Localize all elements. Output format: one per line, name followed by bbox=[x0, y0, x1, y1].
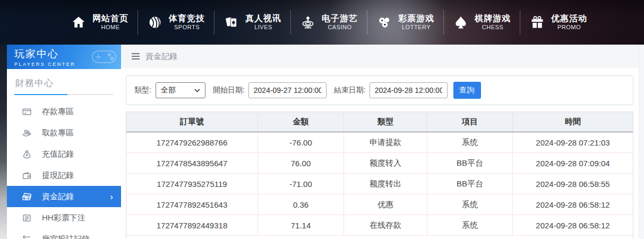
spade-icon bbox=[453, 14, 469, 30]
cell-item: 系统 bbox=[427, 194, 513, 215]
cell-time: 2024-09-28 07:09:04 bbox=[513, 153, 633, 174]
funds-record-page: 网站首页 HOME 体育竞技 SPORTS bbox=[0, 0, 644, 239]
sidebar-item-withdraw-record[interactable]: 提現記錄 bbox=[7, 165, 121, 186]
cell-type: 优惠 bbox=[344, 194, 427, 215]
cell-item: 系统 bbox=[427, 132, 513, 153]
nav-item-promo[interactable]: 优惠活动 PROMO bbox=[520, 10, 596, 35]
scrollbar[interactable] bbox=[639, 45, 644, 239]
cell-amount: 71.14 bbox=[258, 215, 344, 236]
cell-item: 系统 bbox=[427, 215, 513, 236]
roulette-icon bbox=[300, 14, 316, 30]
cell-item: BB平台 bbox=[427, 174, 513, 194]
sidebar-item-label: 提現記錄 bbox=[42, 170, 74, 181]
menu-toggle-icon[interactable] bbox=[132, 53, 140, 59]
sidebar-item-deposit-zone[interactable]: 存款專區 bbox=[7, 101, 121, 122]
cell-amount: 76.00 bbox=[258, 153, 344, 174]
sidebar-item-label: 充值記錄 bbox=[42, 149, 74, 159]
nav-label-zh: 棋牌游戏 bbox=[475, 13, 511, 24]
end-date-input[interactable] bbox=[370, 82, 448, 98]
column-header-time: 時間 bbox=[513, 112, 633, 132]
sidebar-item-label: 資金記錄 bbox=[42, 192, 74, 202]
nav-label-zh: 彩票游戏 bbox=[398, 13, 434, 24]
nav-item-home[interactable]: 网站首页 HOME bbox=[62, 10, 138, 35]
credit-card-icon bbox=[22, 107, 31, 116]
cell-amount: -71.00 bbox=[258, 174, 344, 194]
nav-label-en: PROMO bbox=[551, 24, 587, 31]
cell-order-no: 1727477935275119 bbox=[126, 174, 258, 194]
nav-label-en: LOTTERY bbox=[398, 24, 434, 31]
page-background-strip bbox=[0, 45, 7, 239]
banknotes-icon bbox=[22, 192, 31, 201]
sidebar-item-withdraw-zone[interactable]: 取款專區 bbox=[7, 122, 121, 143]
cell-order-no: 1727477892449318 bbox=[126, 215, 258, 236]
table-row: 1727477892451643 0.36 优惠 系统 2024-09-28 0… bbox=[126, 194, 633, 215]
section-divider bbox=[14, 94, 114, 95]
sidebar-item-label: 取款專區 bbox=[42, 128, 74, 138]
nav-label-en: HOME bbox=[92, 24, 128, 31]
document-list-icon bbox=[22, 213, 31, 223]
column-header-type: 類型 bbox=[344, 112, 427, 132]
cell-order-no: 1727478543895647 bbox=[126, 153, 258, 174]
nav-label-en: LIVES bbox=[245, 24, 281, 31]
table-row: 1727479262988766 -76.00 申请提款 系统 2024-09-… bbox=[126, 132, 633, 153]
end-date-label: 結束日期: bbox=[334, 86, 366, 95]
nav-label-en: SPORTS bbox=[169, 24, 205, 31]
nav-item-chess[interactable]: 棋牌游戏 CHESS bbox=[444, 10, 520, 35]
cell-type: 在线存款 bbox=[344, 215, 427, 236]
page-title: 資金記錄 bbox=[145, 52, 177, 62]
sidebar-section-title: 財務中心 bbox=[7, 69, 121, 94]
filter-panel: 類型: 全部 開始日期: 結束日期: 查詢 bbox=[126, 75, 633, 105]
nav-item-casino[interactable]: 电子游艺 CASINO bbox=[291, 10, 367, 35]
nav-label-zh: 网站首页 bbox=[92, 13, 128, 24]
sidebar-item-room-bet-record[interactable]: 廳室投註記錄 bbox=[7, 228, 121, 239]
cell-amount: 0.36 bbox=[258, 194, 344, 215]
table-row: 1727477935275119 -71.00 额度转出 BB平台 2024-0… bbox=[126, 174, 633, 194]
playing-cards-icon bbox=[224, 14, 239, 30]
cell-item: BB平台 bbox=[427, 153, 513, 174]
lottery-balls-icon bbox=[376, 14, 392, 30]
hand-coins-icon bbox=[22, 128, 31, 138]
home-icon bbox=[71, 14, 87, 30]
column-header-item: 項目 bbox=[427, 112, 513, 132]
sidebar-item-recharge-record[interactable]: 充值記錄 bbox=[7, 143, 121, 165]
cell-type: 额度转出 bbox=[344, 174, 427, 194]
nav-label-zh: 电子游艺 bbox=[322, 13, 358, 24]
nav-label-zh: 体育竞技 bbox=[169, 13, 205, 24]
wallet-icon bbox=[22, 170, 31, 180]
nav-label-zh: 优惠活动 bbox=[551, 13, 587, 24]
sidebar-players-center: 玩家中心 PLAYERS CENTER 財務中心 存款專區 bbox=[7, 45, 121, 239]
sidebar-item-funds-record[interactable]: 資金記錄 › bbox=[7, 186, 121, 207]
column-header-order-no: 訂單號 bbox=[126, 112, 258, 132]
funds-record-table: 訂單號 金額 類型 項目 時間 1727479262988766 -76.00 … bbox=[126, 112, 633, 239]
sidebar-item-hh-lottery-bets[interactable]: HH彩票下注 bbox=[7, 207, 121, 228]
sidebar-item-label: 存款專區 bbox=[42, 107, 74, 117]
top-navigation: 网站首页 HOME 体育竞技 SPORTS bbox=[0, 0, 644, 45]
sidebar-item-label: 廳室投註記錄 bbox=[42, 234, 90, 239]
cell-order-no: 1727477892451643 bbox=[126, 194, 258, 215]
gamepad-icon bbox=[90, 47, 118, 69]
nav-item-lottery[interactable]: 彩票游戏 LOTTERY bbox=[367, 10, 444, 35]
nav-item-lives[interactable]: 真人视讯 LIVES bbox=[214, 10, 291, 35]
type-label: 類型: bbox=[134, 86, 151, 95]
column-header-amount: 金額 bbox=[258, 112, 344, 132]
main-content: 資金記錄 類型: 全部 開始日期: 結束日期: 查詢 訂單號 金額 類型 項目 … bbox=[121, 45, 644, 239]
cell-amount: -76.00 bbox=[258, 132, 344, 153]
sports-ball-icon bbox=[147, 14, 163, 30]
money-bag-icon bbox=[22, 149, 31, 159]
start-date-input[interactable] bbox=[248, 82, 327, 98]
nav-label-en: CASINO bbox=[322, 24, 358, 31]
cell-type: 申请提款 bbox=[344, 132, 427, 153]
type-select[interactable]: 全部 bbox=[156, 82, 205, 98]
chevron-right-icon: › bbox=[110, 192, 113, 201]
table-header-row: 訂單號 金額 類型 項目 時間 bbox=[126, 112, 633, 132]
sidebar-item-label: HH彩票下注 bbox=[42, 213, 85, 223]
sidebar-menu: 存款專區 取款專區 充值記錄 提現記錄 bbox=[7, 101, 121, 239]
cell-time: 2024-09-28 06:58:55 bbox=[513, 174, 633, 194]
gift-icon bbox=[529, 14, 545, 30]
search-button[interactable]: 查詢 bbox=[453, 82, 481, 99]
nav-item-sports[interactable]: 体育竞技 SPORTS bbox=[138, 10, 214, 35]
cell-type: 额度转入 bbox=[344, 153, 427, 174]
nav-label-en: CHESS bbox=[475, 24, 511, 31]
chevron-down-icon bbox=[194, 89, 200, 92]
sidebar-header: 玩家中心 PLAYERS CENTER bbox=[7, 45, 121, 69]
